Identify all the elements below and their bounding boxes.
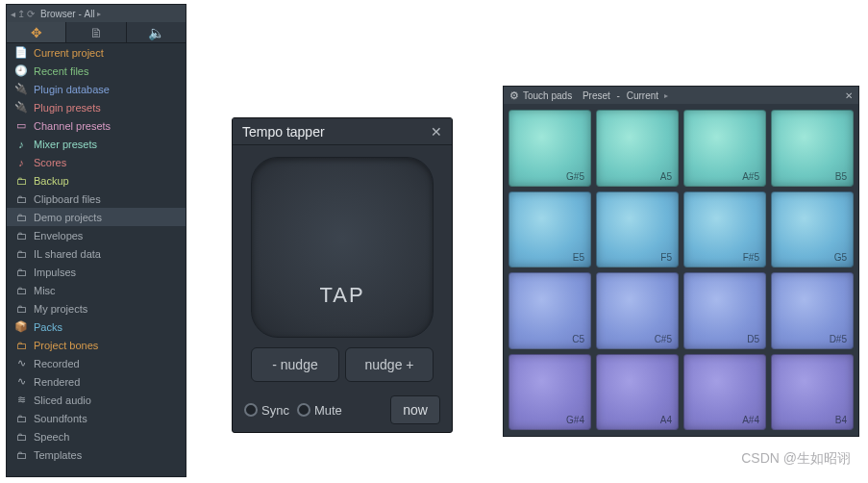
toolbar-crosshair-button[interactable]: ✥ <box>7 22 66 42</box>
browser-item[interactable]: 🗀Envelopes <box>7 226 186 244</box>
browser-item[interactable]: 🕘Recent files <box>7 62 186 80</box>
browser-item[interactable]: ∿Recorded <box>7 354 186 372</box>
folder-icon: 🗀 <box>14 431 28 443</box>
folder-icon: 🗀 <box>14 193 28 205</box>
preset-label[interactable]: Preset <box>583 90 610 101</box>
pads-grid: G#5A5A#5B5E5F5F#5G5C5C#5D5D#5G#4A4A#4B4 <box>504 104 858 436</box>
folder-icon: 🕘 <box>14 64 28 77</box>
folder-icon: 🗀 <box>14 212 28 223</box>
folder-icon: 🗀 <box>14 340 28 351</box>
browser-item-label: Demo projects <box>34 212 102 223</box>
tap-pad[interactable]: TAP <box>251 157 434 338</box>
folder-icon: ▭ <box>14 119 28 132</box>
pad-note-label: C#5 <box>655 334 672 344</box>
browser-item-label: IL shared data <box>34 248 101 260</box>
pad-note-label: E5 <box>573 252 584 263</box>
nav-up-icon[interactable]: ↥ <box>17 9 25 19</box>
folder-icon: 🗀 <box>14 230 28 242</box>
folder-icon: 📦 <box>14 320 28 333</box>
browser-item-label: Envelopes <box>34 230 83 242</box>
browser-item[interactable]: 🗀Backup <box>7 171 186 190</box>
touch-pad[interactable]: G#4 <box>508 354 591 431</box>
touch-pad[interactable]: A#5 <box>683 110 766 187</box>
close-icon[interactable]: ✕ <box>845 90 853 101</box>
nav-back-icon[interactable]: ◂ <box>11 9 15 19</box>
browser-item-label: My projects <box>34 303 87 315</box>
browser-item[interactable]: 🗀Demo projects <box>7 208 186 226</box>
touch-pad[interactable]: A4 <box>596 354 679 431</box>
browser-item[interactable]: 🔌Plugin database <box>7 80 186 98</box>
browser-item[interactable]: 📦Packs <box>7 318 186 336</box>
pad-note-label: A#4 <box>742 415 759 425</box>
pad-note-label: A4 <box>660 415 672 425</box>
folder-icon: 🗀 <box>14 175 28 187</box>
browser-item[interactable]: 📄Current project <box>7 43 186 62</box>
browser-item[interactable]: ∿Rendered <box>7 372 186 391</box>
browser-item[interactable]: 🗀Templates <box>7 445 186 464</box>
browser-item-label: Plugin presets <box>34 102 101 114</box>
sync-toggle[interactable]: Sync <box>244 403 289 418</box>
browser-item[interactable]: 🗀Speech <box>7 427 186 445</box>
mute-toggle[interactable]: Mute <box>297 403 342 418</box>
folder-icon: ♪ <box>14 139 28 150</box>
watermark: CSDN @生如昭诩 <box>741 450 851 468</box>
touch-pad[interactable]: C#5 <box>596 272 679 349</box>
pad-note-label: G#5 <box>566 171 584 182</box>
browser-item[interactable]: ≋Sliced audio <box>7 391 186 409</box>
touch-pad[interactable]: B5 <box>771 110 854 187</box>
browser-item[interactable]: ♪Scores <box>7 153 186 171</box>
browser-scope[interactable]: All <box>85 9 95 19</box>
folder-icon: ∿ <box>14 375 28 388</box>
pad-note-label: D5 <box>747 334 759 344</box>
nav-reload-icon[interactable]: ⟳ <box>27 9 35 19</box>
browser-item-label: Project bones <box>34 340 98 351</box>
touch-pad[interactable]: A5 <box>596 110 679 187</box>
browser-item[interactable]: 🗀Project bones <box>7 336 186 354</box>
touch-pads-panel: ⚙ Touch pads Preset - Current ▸ ✕ G#5A5A… <box>503 86 859 437</box>
toolbar-clipboard-button[interactable]: 🗎 <box>66 22 126 42</box>
touch-pad[interactable]: G#5 <box>508 110 591 187</box>
nudge-plus-button[interactable]: nudge + <box>345 347 434 382</box>
browser-item[interactable]: 🗀Misc <box>7 281 186 299</box>
browser-item[interactable]: 🗀My projects <box>7 299 186 318</box>
toolbar-speaker-button[interactable]: 🔈 <box>127 22 186 42</box>
radio-icon <box>244 403 258 417</box>
touch-pad[interactable]: D5 <box>683 272 766 349</box>
now-button[interactable]: now <box>390 395 440 424</box>
close-icon[interactable]: ✕ <box>431 124 442 140</box>
touch-pad[interactable]: E5 <box>508 191 591 268</box>
browser-item[interactable]: 🗀Impulses <box>7 263 186 281</box>
browser-title[interactable]: Browser <box>40 9 76 19</box>
folder-icon: 🗀 <box>14 248 28 260</box>
browser-item[interactable]: 🗀IL shared data <box>7 244 186 263</box>
touch-pad[interactable]: B4 <box>771 354 854 431</box>
pad-note-label: G5 <box>834 252 847 263</box>
browser-item[interactable]: ▭Channel presets <box>7 116 186 135</box>
touch-pad[interactable]: G5 <box>771 191 854 268</box>
nudge-minus-button[interactable]: - nudge <box>251 347 339 382</box>
browser-panel: ◂ ↥ ⟳ Browser - All ▸ ✥ 🗎 🔈 📄Current pro… <box>6 4 186 477</box>
touch-pad[interactable]: A#4 <box>683 354 766 431</box>
browser-item-label: Clipboard files <box>34 193 101 205</box>
browser-item[interactable]: 🔌Plugin presets <box>7 98 186 116</box>
browser-item-label: Impulses <box>34 267 76 278</box>
touch-pad[interactable]: F#5 <box>683 191 766 268</box>
preset-value[interactable]: Current <box>627 90 658 101</box>
browser-item-label: Recorded <box>34 358 80 369</box>
browser-item-label: Plugin database <box>34 84 110 95</box>
browser-list: 📄Current project🕘Recent files🔌Plugin dat… <box>7 43 186 464</box>
pad-note-label: A5 <box>660 171 672 182</box>
touch-pads-title: Touch pads <box>523 90 572 101</box>
gear-icon[interactable]: ⚙ <box>509 89 519 102</box>
browser-item[interactable]: 🗀Clipboard files <box>7 190 186 208</box>
touch-pad[interactable]: D#5 <box>771 272 854 349</box>
folder-icon: 🗀 <box>14 303 28 315</box>
browser-item-label: Templates <box>34 449 82 461</box>
touch-pad[interactable]: F5 <box>596 191 679 268</box>
pad-note-label: B4 <box>835 415 847 425</box>
tap-label: TAP <box>319 283 364 308</box>
pad-note-label: F#5 <box>743 252 759 263</box>
browser-item[interactable]: ♪Mixer presets <box>7 135 186 153</box>
browser-item[interactable]: 🗀Soundfonts <box>7 409 186 427</box>
touch-pad[interactable]: C5 <box>508 272 591 349</box>
